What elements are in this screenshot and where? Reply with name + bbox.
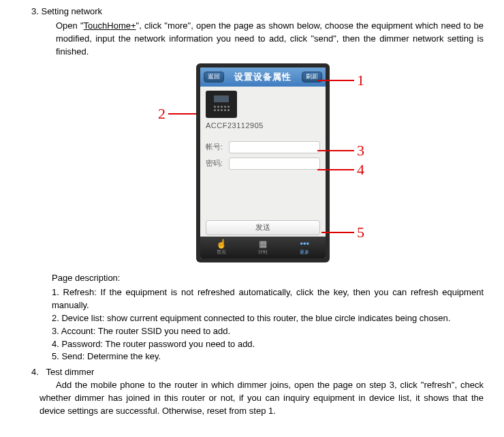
password-input[interactable] (229, 157, 320, 170)
phone-frame: 返回 设置设备属性 刷新 ACCF23112905 帐号: 密码: 发送 (196, 63, 330, 262)
callout-2: 2 (158, 103, 197, 125)
account-row: 帐号: (206, 141, 320, 153)
desc-item-5: 5. Send: Determine the key. (52, 350, 484, 363)
send-row: 发送 (206, 220, 320, 235)
section3-heading: 3. Setting network (31, 5, 504, 18)
callout-line (168, 113, 197, 115)
section4-heading: 4. Test dimmer (31, 366, 504, 379)
section3-intro: Open "TouchHome+", click "more", open th… (56, 20, 484, 59)
back-button[interactable]: 返回 (204, 72, 224, 82)
desc-item-4: 4. Password: The router password you nee… (52, 338, 484, 351)
device-thumbnail[interactable] (206, 91, 237, 118)
desc-item-3: 3. Account: The router SSID you need to … (52, 325, 484, 338)
tab-home[interactable]: ☝ 首页 (200, 237, 242, 258)
figure-phone: 2 返回 设置设备属性 刷新 ACCF23112905 帐号: 密码: (0, 63, 504, 265)
section4-paragraph: Add the mobile phone to the router in wh… (40, 379, 484, 418)
password-label: 密码: (206, 158, 229, 169)
hand-icon: ☝ (216, 239, 227, 248)
calendar-icon: ▦ (259, 239, 267, 248)
callout-line (321, 232, 354, 233)
send-button[interactable]: 发送 (206, 220, 320, 235)
callout-5: 5 (321, 222, 364, 243)
bottom-tab-bar: ☝ 首页 ▦ 计时 ••• 更多 (200, 237, 326, 258)
device-list[interactable]: ACCF23112905 (200, 87, 326, 137)
section4-number: 4. (31, 367, 39, 377)
tab-timer[interactable]: ▦ 计时 (242, 237, 283, 258)
device-id-label: ACCF23112905 (206, 121, 320, 132)
callout-line (317, 150, 354, 151)
title-bar: 返回 设置设备属性 刷新 (200, 67, 326, 87)
app-name-link: TouchHome+ (84, 20, 136, 31)
tab-more[interactable]: ••• 更多 (284, 237, 326, 258)
password-row: 密码: (206, 157, 320, 170)
callout-1: 1 (317, 70, 364, 91)
callout-line (317, 80, 354, 81)
callout-line (317, 169, 354, 170)
section3-number: 3. (31, 6, 39, 16)
screen-title: 设置设备属性 (234, 71, 292, 84)
page-description-title: Page description: (52, 272, 484, 285)
account-label: 帐号: (206, 142, 229, 153)
phone-screen: 返回 设置设备属性 刷新 ACCF23112905 帐号: 密码: 发送 (200, 67, 326, 258)
page-description: Page description: 1. Refresh: If the equ… (52, 272, 484, 363)
section4-title-text: Test dimmer (46, 367, 94, 377)
desc-item-2: 2. Device list: show current equipment c… (52, 312, 484, 325)
section3-title-text: Setting network (41, 6, 102, 16)
desc-item-1: 1. Refresh: If the equipment is not refr… (52, 286, 484, 312)
account-input[interactable] (229, 141, 320, 153)
more-icon: ••• (300, 239, 309, 248)
callout-4: 4 (317, 159, 364, 181)
